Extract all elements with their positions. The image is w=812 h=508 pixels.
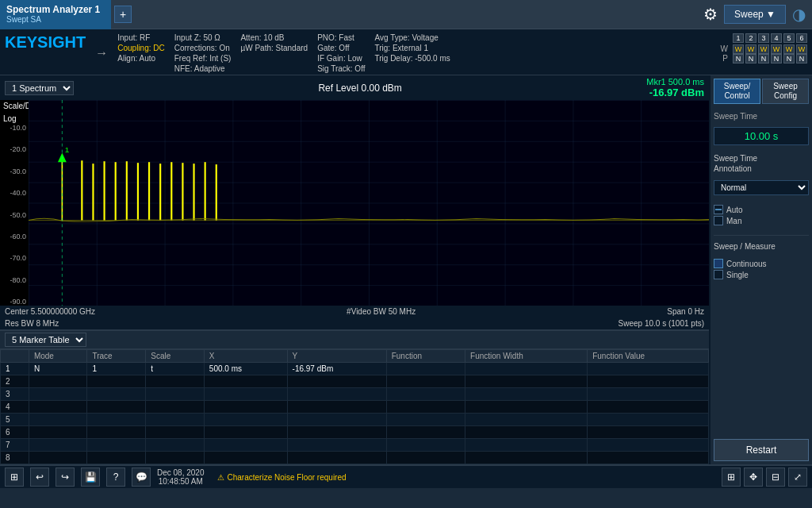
table-cell: 2 (1, 375, 29, 388)
channel-p-box: N (745, 54, 756, 64)
table-cell: 5 (1, 414, 29, 426)
home-icon: ⊞ (10, 471, 18, 483)
table-cell (29, 439, 87, 452)
sweep-dropdown-button[interactable]: Sweep ▼ (724, 5, 786, 24)
table-cell (146, 375, 205, 388)
table-cell (588, 388, 709, 401)
status-expand-button[interactable]: ⤢ (788, 468, 807, 487)
left-panel: 1 Spectrum Ref Level 0.00 dBm Mkr1 500.0… (0, 75, 709, 464)
res-bw-bar: Res BW 8 MHz Sweep 10.0 s (1001 pts) (0, 318, 709, 329)
annotation-select[interactable]: Normal (714, 180, 809, 195)
channel-number: 1 (733, 33, 744, 43)
status-chat-button[interactable]: 💬 (132, 468, 151, 487)
add-tab-button[interactable]: + (114, 6, 132, 23)
table-cell (465, 452, 588, 464)
table-cell (287, 452, 386, 464)
table-cell (287, 439, 386, 452)
option-continuous[interactable]: Continuous (714, 259, 809, 268)
table-row: 2 (1, 375, 709, 388)
y-axis-label: -80.0 (2, 276, 26, 284)
video-bw: #Video BW 50 MHz (347, 307, 416, 316)
option-single[interactable]: Single (714, 270, 809, 279)
radio-auto[interactable]: Auto (714, 205, 809, 214)
table-cell (386, 439, 465, 452)
status-redo-button[interactable]: ↪ (56, 468, 75, 487)
table-cell (465, 439, 588, 452)
status-save-button[interactable]: 💾 (81, 468, 100, 487)
table-cell (87, 388, 146, 401)
log-label: Log (3, 114, 17, 123)
sweep-time-value[interactable]: 10.00 s (714, 127, 809, 145)
table-cell (204, 375, 287, 388)
radio-man[interactable]: Man (714, 216, 809, 225)
table-cell (29, 414, 87, 426)
clock-icon: ◑ (792, 5, 806, 24)
table-cell: 6 (1, 426, 29, 439)
channel-numbers: 123456 (733, 33, 807, 43)
restart-area: Restart (714, 433, 809, 461)
marker-col-header: Scale (146, 350, 205, 363)
spectrum-svg: 1 (29, 100, 709, 306)
status-help-button[interactable]: ? (106, 468, 125, 487)
table-cell: 1 (87, 363, 146, 375)
marker-section: 5 Marker Table ModeTraceScaleXYFunctionF… (0, 329, 709, 464)
table-row: 5 (1, 414, 709, 426)
checkbox-single[interactable] (714, 270, 723, 279)
status-move-button[interactable]: ✥ (744, 468, 763, 487)
channel-p-box: N (771, 54, 782, 64)
tab-sweep-config[interactable]: Sweep Config (762, 79, 809, 104)
table-cell (87, 414, 146, 426)
status-home-button[interactable]: ⊞ (5, 468, 24, 487)
spectrum-display[interactable]: Scale/Div 10 dB Log -10.0-20.0-30.0-40.0… (0, 100, 709, 306)
y-axis-label: -60.0 (2, 233, 26, 241)
channel-p-box: N (733, 54, 744, 64)
table-cell (204, 388, 287, 401)
marker-table-select[interactable]: 5 Marker Table (5, 333, 86, 347)
info-col-4: PNO: Fast Gate: Off IF Gain: Low Sig Tra… (317, 32, 365, 73)
y-axis-label: -50.0 (2, 211, 26, 219)
status-datetime: Dec 08, 2020 10:48:50 AM (157, 468, 205, 486)
table-cell (87, 452, 146, 464)
status-time: 10:48:50 AM (157, 477, 205, 486)
radio-man-box[interactable] (714, 216, 723, 225)
tab-sweep-control[interactable]: Sweep/ Control (714, 79, 760, 104)
channel-w-box: W (771, 44, 782, 54)
table-cell (204, 401, 287, 414)
app-subtitle: Swept SA (6, 15, 100, 25)
warning-icon: ⚠ (217, 473, 224, 482)
table-cell (29, 388, 87, 401)
marker-display: Mkr1 500.0 ms -16.97 dBm (646, 77, 704, 98)
channel-p-box: N (783, 54, 795, 64)
marker-col-header: Function Width (465, 350, 588, 363)
gear-icon[interactable]: ⚙ (703, 5, 718, 24)
restart-button[interactable]: Restart (714, 439, 809, 461)
table-cell (386, 375, 465, 388)
bottom-freq-bar: Center 5.500000000 GHz #Video BW 50 MHz … (0, 306, 709, 318)
sweep-time-label: Sweep Time (714, 112, 809, 121)
table-cell (287, 375, 386, 388)
span-value: Span 0 Hz (667, 307, 704, 316)
status-grid-button[interactable]: ⊞ (722, 468, 741, 487)
table-cell (287, 426, 386, 439)
channel-w-box: W (796, 44, 807, 54)
radio-auto-box[interactable] (714, 205, 723, 214)
table-cell (146, 452, 205, 464)
checkbox-continuous[interactable] (714, 259, 723, 268)
table-cell (87, 439, 146, 452)
channel-indicators: 123456 W WWWWWW P NNNNNN (721, 32, 807, 64)
spectrum-select[interactable]: 1 Spectrum (5, 81, 74, 95)
table-cell (29, 452, 87, 464)
channel-w-box: W (783, 44, 795, 54)
y-axis: -10.0-20.0-30.0-40.0-50.0-60.0-70.0-80.0… (0, 124, 28, 306)
table-cell (146, 401, 205, 414)
sweep-annotation-label: Sweep Time Annotation (714, 153, 809, 174)
status-warning: ⚠ Characterize Noise Floor required (217, 473, 347, 482)
y-axis-label: -30.0 (2, 167, 26, 175)
table-cell (588, 439, 709, 452)
table-cell (29, 375, 87, 388)
status-split-button[interactable]: ⊟ (766, 468, 785, 487)
info-col-2: Input Z: 50 Ω Corrections: On Freq Ref: … (174, 32, 232, 73)
redo-icon: ↪ (61, 471, 69, 483)
status-undo-button[interactable]: ↩ (30, 468, 49, 487)
table-cell (465, 401, 588, 414)
